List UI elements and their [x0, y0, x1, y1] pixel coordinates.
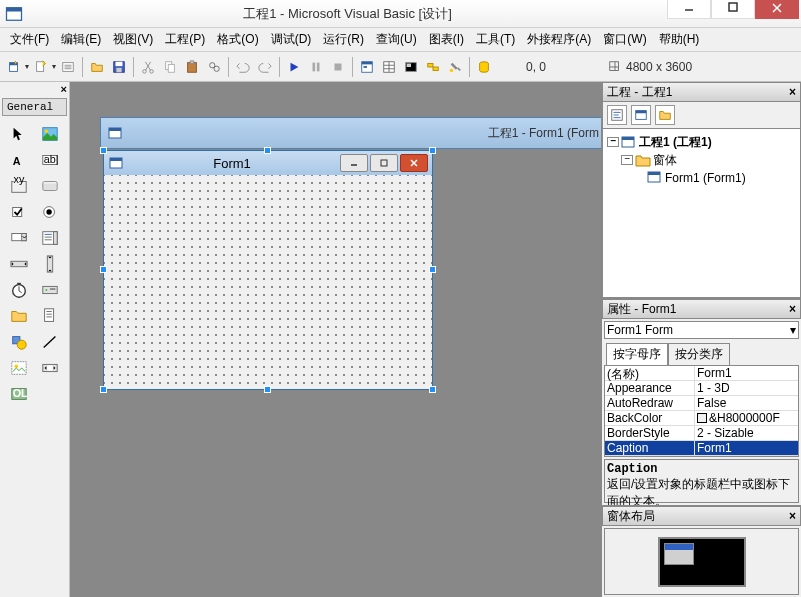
start-button[interactable]	[284, 57, 304, 77]
commandbutton-tool[interactable]	[36, 174, 66, 198]
view-object-button[interactable]	[631, 105, 651, 125]
maximize-button[interactable]	[711, 0, 755, 19]
data-tool[interactable]	[36, 356, 66, 380]
paste-button[interactable]	[182, 57, 202, 77]
form-minimize-button[interactable]	[340, 154, 368, 172]
object-browser-button[interactable]	[423, 57, 443, 77]
menu-item[interactable]: 文件(F)	[4, 29, 55, 50]
menu-item[interactable]: 运行(R)	[317, 29, 370, 50]
form-designer[interactable]: Form1	[103, 150, 433, 390]
menu-item[interactable]: 格式(O)	[211, 29, 264, 50]
form-preview[interactable]	[664, 543, 694, 565]
menu-item[interactable]: 工程(P)	[159, 29, 211, 50]
svg-rect-37	[433, 67, 438, 71]
properties-grid[interactable]: (名称)Form1Appearance1 - 3DAutoRedrawFalse…	[604, 365, 799, 457]
toolbox-tab-general[interactable]: General	[2, 98, 67, 116]
cut-button[interactable]	[138, 57, 158, 77]
menu-item[interactable]: 调试(D)	[265, 29, 318, 50]
menu-item[interactable]: 视图(V)	[107, 29, 159, 50]
find-button[interactable]	[204, 57, 224, 77]
project-root[interactable]: 工程1 (工程1)	[639, 134, 712, 151]
picturebox-tool[interactable]	[36, 122, 66, 146]
menu-item[interactable]: 查询(U)	[370, 29, 423, 50]
property-row[interactable]: CaptionForm1	[605, 441, 798, 456]
undo-button[interactable]	[233, 57, 253, 77]
combobox-tool[interactable]	[4, 226, 34, 250]
form-close-button[interactable]	[400, 154, 428, 172]
dirlistbox-tool[interactable]	[4, 304, 34, 328]
menu-item[interactable]: 图表(I)	[423, 29, 470, 50]
layout-preview[interactable]	[604, 528, 799, 595]
copy-button[interactable]	[160, 57, 180, 77]
image-tool[interactable]	[4, 356, 34, 380]
form-design-surface[interactable]	[104, 175, 432, 389]
minimize-button[interactable]	[667, 0, 711, 19]
layout-close-button[interactable]: ×	[789, 509, 796, 523]
filelistbox-tool[interactable]	[36, 304, 66, 328]
line-tool[interactable]	[36, 330, 66, 354]
forms-folder[interactable]: 窗体	[653, 152, 677, 169]
toolbox-close-button[interactable]: ×	[0, 82, 69, 96]
property-row[interactable]: AutoRedrawFalse	[605, 396, 798, 411]
mdi-area: 工程1 - Form1 (Form Form1	[70, 82, 601, 597]
end-button[interactable]	[328, 57, 348, 77]
tree-collapse-icon[interactable]: −	[607, 137, 619, 147]
toggle-folders-button[interactable]	[655, 105, 675, 125]
object-selector[interactable]: Form1 Form▾	[604, 321, 799, 339]
toolbox-button[interactable]	[445, 57, 465, 77]
ole-tool[interactable]: OLE	[4, 382, 34, 406]
menu-item[interactable]: 外接程序(A)	[521, 29, 597, 50]
properties-window-button[interactable]	[379, 57, 399, 77]
menu-item[interactable]: 编辑(E)	[55, 29, 107, 50]
view-code-button[interactable]	[607, 105, 627, 125]
form-maximize-button[interactable]	[370, 154, 398, 172]
svg-text:ab|: ab|	[44, 153, 59, 165]
drivelistbox-tool[interactable]	[36, 278, 66, 302]
vscrollbar-tool[interactable]	[36, 252, 66, 276]
pointer-tool[interactable]	[4, 122, 34, 146]
tree-collapse-icon[interactable]: −	[621, 155, 633, 165]
tab-categorized[interactable]: 按分类序	[668, 343, 730, 365]
property-row[interactable]: BackColor&H8000000F	[605, 411, 798, 426]
optionbutton-tool[interactable]	[36, 200, 66, 224]
listbox-tool[interactable]	[36, 226, 66, 250]
form-caption: Form1	[124, 156, 340, 171]
add-item-button[interactable]: ▾	[31, 57, 56, 77]
data-view-button[interactable]	[474, 57, 494, 77]
form-item[interactable]: Form1 (Form1)	[665, 171, 746, 185]
open-button[interactable]	[87, 57, 107, 77]
svg-text:A: A	[12, 155, 20, 167]
add-project-button[interactable]: ▾	[4, 57, 29, 77]
property-row[interactable]: BorderStyle2 - Sizable	[605, 426, 798, 441]
form-icon	[108, 155, 124, 171]
svg-rect-25	[317, 62, 320, 71]
property-row[interactable]: Appearance1 - 3D	[605, 381, 798, 396]
timer-tool[interactable]	[4, 278, 34, 302]
menu-editor-button[interactable]	[58, 57, 78, 77]
break-button[interactable]	[306, 57, 326, 77]
form-icon	[107, 125, 123, 141]
menu-item[interactable]: 窗口(W)	[597, 29, 652, 50]
menu-item[interactable]: 工具(T)	[470, 29, 521, 50]
form-icon	[647, 171, 663, 185]
shape-tool[interactable]	[4, 330, 34, 354]
hscrollbar-tool[interactable]	[4, 252, 34, 276]
label-tool[interactable]: A	[4, 148, 34, 172]
redo-button[interactable]	[255, 57, 275, 77]
save-button[interactable]	[109, 57, 129, 77]
close-button[interactable]	[755, 0, 799, 19]
properties-tabs: 按字母序 按分类序	[602, 341, 801, 365]
project-tree[interactable]: − 工程1 (工程1) − 窗体 Form1 (Form1)	[602, 128, 801, 298]
project-explorer-button[interactable]	[357, 57, 377, 77]
textbox-tool[interactable]: ab|	[36, 148, 66, 172]
properties-close-button[interactable]: ×	[789, 302, 796, 316]
form-layout-button[interactable]	[401, 57, 421, 77]
checkbox-tool[interactable]	[4, 200, 34, 224]
property-row[interactable]: (名称)Form1	[605, 366, 798, 381]
toolbox: × General A ab| xy OLE	[0, 82, 70, 597]
tab-alphabetic[interactable]: 按字母序	[606, 343, 668, 365]
frame-tool[interactable]: xy	[4, 174, 34, 198]
menu-item[interactable]: 帮助(H)	[653, 29, 706, 50]
project-panel-close-button[interactable]: ×	[789, 85, 796, 99]
designer-child-window[interactable]: 工程1 - Form1 (Form	[100, 117, 601, 149]
